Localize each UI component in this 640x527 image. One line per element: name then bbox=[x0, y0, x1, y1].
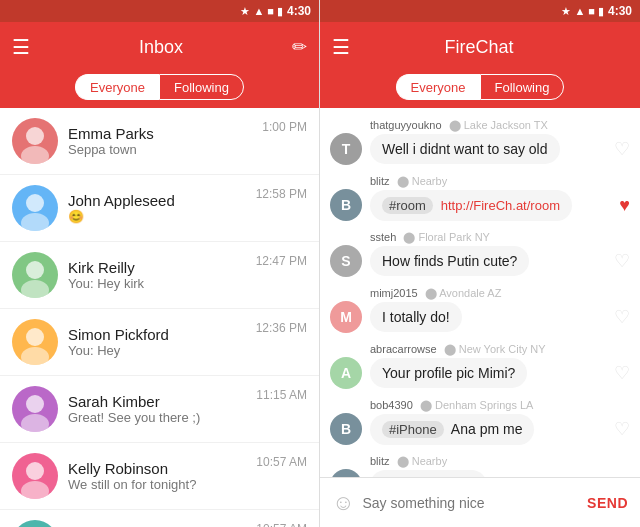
right-hamburger-icon[interactable]: ☰ bbox=[332, 35, 350, 59]
bluetooth-icon: ★ bbox=[240, 5, 250, 18]
chat-item-msg6: B bob4390 ⬤ Denham Springs LA #iPhone An… bbox=[320, 394, 640, 450]
chat-messages-list: T thatguyyoukno ⬤ Lake Jackson TX Well i… bbox=[320, 108, 640, 477]
svg-point-6 bbox=[26, 328, 44, 346]
left-everyone-button[interactable]: Everyone bbox=[75, 74, 159, 100]
chat-bubble-msg1: Well i didnt want to say old bbox=[370, 134, 560, 164]
chat-item-msg2: B blitz ⬤ Nearby #room http://FireCh.at/… bbox=[320, 170, 640, 226]
chat-avatar-b2: B bbox=[330, 413, 362, 445]
location-icon: ▲ bbox=[253, 5, 264, 17]
conv-time-kelly: 10:57 AM bbox=[256, 455, 307, 469]
right-status-icons: ★ ▲ ■ ▮ bbox=[561, 5, 604, 18]
avatar-sarah bbox=[12, 386, 58, 432]
svg-point-9 bbox=[21, 414, 49, 432]
conv-item-kirk[interactable]: Kirk Reilly You: Hey kirk 12:47 PM bbox=[0, 242, 319, 309]
conv-preview-kirk: You: Hey kirk bbox=[68, 276, 246, 291]
conv-item-simon[interactable]: Simon Pickford You: Hey 12:36 PM bbox=[0, 309, 319, 376]
inbox-header: ☰ Inbox ✏ bbox=[0, 22, 319, 72]
conv-item-john[interactable]: John Appleseed 😊 12:58 PM bbox=[0, 175, 319, 242]
conv-content-simon: Simon Pickford You: Hey bbox=[68, 326, 246, 358]
chat-bubble-msg2: #room http://FireCh.at/room bbox=[370, 190, 572, 221]
firechat-panel: ★ ▲ ■ ▮ 4:30 ☰ FireChat Everyone Followi… bbox=[320, 0, 640, 527]
conv-item-sarah[interactable]: Sarah Kimber Great! See you there ;) 11:… bbox=[0, 376, 319, 443]
conv-item-ayako[interactable]: Ayako Uchida Great! I like the sound of … bbox=[0, 510, 319, 527]
svg-point-0 bbox=[26, 127, 44, 145]
avatar-kelly bbox=[12, 453, 58, 499]
left-following-button[interactable]: Following bbox=[159, 74, 244, 100]
chat-bubble-msg4: I totally do! bbox=[370, 302, 462, 332]
right-filter-bar: Everyone Following bbox=[320, 72, 640, 108]
chat-meta-msg7: blitz ⬤ Nearby bbox=[370, 455, 606, 468]
chat-meta-msg5: abracarrowse ⬤ New York City NY bbox=[370, 343, 606, 356]
chat-location-msg3: ⬤ Floral Park NY bbox=[403, 231, 490, 243]
avatar-emma bbox=[12, 118, 58, 164]
heart-msg4[interactable]: ♡ bbox=[614, 306, 630, 328]
chat-body-msg1: thatguyyoukno ⬤ Lake Jackson TX Well i d… bbox=[370, 119, 606, 164]
avatar-simon bbox=[12, 319, 58, 365]
svg-point-10 bbox=[26, 462, 44, 480]
chat-body-msg2: blitz ⬤ Nearby #room http://FireCh.at/ro… bbox=[370, 175, 611, 221]
send-button[interactable]: SEND bbox=[587, 495, 628, 511]
conv-content-kelly: Kelly Robinson We still on for tonight? bbox=[68, 460, 246, 492]
chat-body-msg7: blitz ⬤ Nearby #sxsw Wow! bbox=[370, 455, 606, 477]
conv-name-emma: Emma Parks bbox=[68, 125, 252, 142]
chat-location-msg2: ⬤ Nearby bbox=[397, 175, 448, 187]
heart-msg3[interactable]: ♡ bbox=[614, 250, 630, 272]
conv-name-sarah: Sarah Kimber bbox=[68, 393, 246, 410]
heart-msg5[interactable]: ♡ bbox=[614, 362, 630, 384]
conv-preview-emma: Seppa town bbox=[68, 142, 252, 157]
conv-content-emma: Emma Parks Seppa town bbox=[68, 125, 252, 157]
conv-preview-kelly: We still on for tonight? bbox=[68, 477, 246, 492]
chat-location-msg5: ⬤ New York City NY bbox=[444, 343, 546, 355]
inbox-title: Inbox bbox=[40, 37, 282, 58]
chat-username-msg7: blitz bbox=[370, 455, 390, 467]
chat-meta-msg1: thatguyyoukno ⬤ Lake Jackson TX bbox=[370, 119, 606, 132]
right-everyone-button[interactable]: Everyone bbox=[396, 74, 480, 100]
conv-time-kirk: 12:47 PM bbox=[256, 254, 307, 268]
chat-meta-msg4: mimj2015 ⬤ Avondale AZ bbox=[370, 287, 606, 300]
avatar-ayako bbox=[12, 520, 58, 527]
chat-item-msg5: A abracarrowse ⬤ New York City NY Your p… bbox=[320, 338, 640, 394]
chat-username-msg6: bob4390 bbox=[370, 399, 413, 411]
chat-username-msg4: mimj2015 bbox=[370, 287, 418, 299]
right-time: 4:30 bbox=[608, 4, 632, 18]
hamburger-icon[interactable]: ☰ bbox=[12, 35, 30, 59]
chat-body-msg4: mimj2015 ⬤ Avondale AZ I totally do! bbox=[370, 287, 606, 332]
conv-preview-simon: You: Hey bbox=[68, 343, 246, 358]
conv-time-sarah: 11:15 AM bbox=[256, 388, 307, 402]
heart-msg1[interactable]: ♡ bbox=[614, 138, 630, 160]
avatar-john bbox=[12, 185, 58, 231]
conv-item-emma[interactable]: Emma Parks Seppa town 1:00 PM bbox=[0, 108, 319, 175]
chat-body-msg3: ssteh ⬤ Floral Park NY How finds Putin c… bbox=[370, 231, 606, 276]
avatar-kirk bbox=[12, 252, 58, 298]
link-firechat[interactable]: http://FireCh.at/room bbox=[441, 198, 560, 213]
conv-content-kirk: Kirk Reilly You: Hey kirk bbox=[68, 259, 246, 291]
svg-point-2 bbox=[26, 194, 44, 212]
tag-room: #room bbox=[382, 197, 433, 214]
chat-item-msg7: B blitz ⬤ Nearby #sxsw Wow! ♡ bbox=[320, 450, 640, 477]
left-status-icons: ★ ▲ ■ ▮ bbox=[240, 5, 283, 18]
chat-avatar-t: T bbox=[330, 133, 362, 165]
right-status-bar: ★ ▲ ■ ▮ 4:30 bbox=[320, 0, 640, 22]
chat-body-msg6: bob4390 ⬤ Denham Springs LA #iPhone Ana … bbox=[370, 399, 606, 445]
chat-bubble-msg3: How finds Putin cute? bbox=[370, 246, 529, 276]
chat-meta-msg2: blitz ⬤ Nearby bbox=[370, 175, 611, 188]
chat-body-msg5: abracarrowse ⬤ New York City NY Your pro… bbox=[370, 343, 606, 388]
heart-msg2[interactable]: ♥ bbox=[619, 195, 630, 216]
heart-msg6[interactable]: ♡ bbox=[614, 418, 630, 440]
right-following-button[interactable]: Following bbox=[480, 74, 565, 100]
signal-icon: ■ bbox=[267, 5, 274, 17]
svg-point-8 bbox=[26, 395, 44, 413]
inbox-panel: ★ ▲ ■ ▮ 4:30 ☰ Inbox ✏ Everyone Followin… bbox=[0, 0, 320, 527]
conv-time-simon: 12:36 PM bbox=[256, 321, 307, 335]
chat-meta-msg3: ssteh ⬤ Floral Park NY bbox=[370, 231, 606, 244]
conv-time-john: 12:58 PM bbox=[256, 187, 307, 201]
chat-item-msg1: T thatguyyoukno ⬤ Lake Jackson TX Well i… bbox=[320, 114, 640, 170]
edit-icon[interactable]: ✏ bbox=[292, 36, 307, 58]
left-filter-bar: Everyone Following bbox=[0, 72, 319, 108]
chat-avatar-s: S bbox=[330, 245, 362, 277]
chat-meta-msg6: bob4390 ⬤ Denham Springs LA bbox=[370, 399, 606, 412]
chat-username-msg1: thatguyyoukno bbox=[370, 119, 442, 131]
chat-location-msg6: ⬤ Denham Springs LA bbox=[420, 399, 534, 411]
conv-item-kelly[interactable]: Kelly Robinson We still on for tonight? … bbox=[0, 443, 319, 510]
chat-input-field[interactable] bbox=[362, 495, 579, 511]
